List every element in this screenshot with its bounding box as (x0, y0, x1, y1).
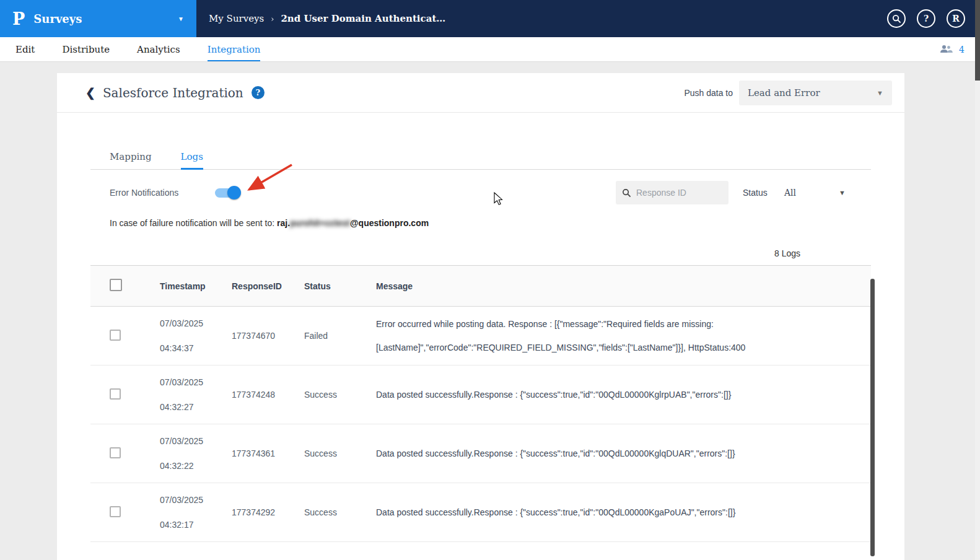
message-cell: Data posted successfully.Response : {"su… (357, 383, 871, 406)
header-response-id: ResponseID (212, 281, 285, 291)
chevron-down-icon: ▼ (178, 15, 184, 22)
timestamp-cell: 07/03/2025 04:32:17 (141, 488, 212, 537)
push-data-label: Push data to (684, 88, 733, 98)
response-id-search (616, 181, 728, 204)
tab-analytics[interactable]: Analytics (137, 37, 180, 61)
help-button[interactable]: ? (917, 9, 935, 28)
integration-tabs: Mapping Logs (90, 151, 871, 170)
response-id-cell: 177374670 (212, 331, 285, 341)
breadcrumb-separator-icon: › (271, 14, 274, 24)
avatar[interactable]: R (947, 9, 965, 28)
push-data-value: Lead and Error (748, 87, 820, 98)
timestamp-cell: 07/03/2025 04:34:37 (141, 311, 212, 361)
message-cell: Data posted successfully.Response : {"su… (357, 501, 871, 524)
table-body: 07/03/2025 04:34:37 177374670 Failed Err… (90, 307, 871, 542)
avatar-initial: R (952, 14, 960, 24)
status-cell: Success (285, 507, 357, 517)
back-button[interactable]: ❮ (85, 85, 95, 100)
row-checkbox[interactable] (110, 330, 121, 341)
collaborators-count: 4 (959, 45, 965, 55)
select-all-checkbox[interactable] (110, 279, 122, 291)
card-body: Mapping Logs Error Notifications Status … (57, 151, 904, 542)
toggle-knob-icon (227, 186, 241, 199)
error-notifications-toggle[interactable] (215, 188, 238, 198)
breadcrumb-my-surveys[interactable]: My Surveys (209, 13, 264, 24)
tab-integration[interactable]: Integration (208, 37, 261, 61)
header-timestamp: Timestamp (141, 281, 212, 291)
response-id-cell: 177374361 (212, 448, 285, 458)
search-icon (622, 188, 631, 198)
integration-card: ❮ Salesforce Integration ? Push data to … (57, 73, 904, 560)
tab-distribute[interactable]: Distribute (62, 37, 110, 61)
surveys-product-menu[interactable]: P Surveys ▼ (0, 0, 196, 37)
search-input[interactable] (636, 188, 717, 198)
topbar-actions: ? R (887, 9, 965, 28)
tab-mapping[interactable]: Mapping (110, 151, 152, 170)
notice-email-start: raj. (277, 218, 290, 228)
timestamp-cell: 07/03/2025 04:32:27 (141, 370, 212, 419)
questionpro-logo-icon: P (12, 9, 25, 28)
timestamp-cell: 07/03/2025 04:32:22 (141, 429, 212, 478)
logs-table: Timestamp ResponseID Status Message 07/0… (90, 265, 871, 542)
breadcrumb-survey-name: 2nd User Domain Authenticat… (281, 13, 445, 24)
table-header-row: Timestamp ResponseID Status Message (90, 266, 871, 307)
chevron-down-icon[interactable]: ▼ (839, 180, 846, 205)
failure-notice: In case of failure notification will be … (90, 218, 871, 228)
search-button[interactable] (887, 9, 906, 28)
response-id-cell: 177374248 (212, 390, 285, 400)
status-cell: Success (285, 390, 357, 400)
product-name: Surveys (33, 12, 82, 25)
message-cell: Error occurred while posting data. Respo… (357, 312, 871, 359)
page-title: Salesforce Integration (103, 85, 243, 100)
row-checkbox[interactable] (110, 388, 121, 400)
logs-count: 8 Logs (90, 248, 871, 258)
push-data-select[interactable]: Lead and Error ▼ (739, 81, 892, 105)
table-scrollbar[interactable] (870, 279, 875, 556)
status-cell: Failed (285, 331, 357, 341)
tab-logs[interactable]: Logs (181, 151, 203, 170)
notice-email-redacted: purohit+cctest (290, 218, 350, 228)
push-data-group: Push data to Lead and Error ▼ (684, 81, 892, 105)
question-mark-icon: ? (924, 14, 929, 24)
status-filter-select[interactable]: All (784, 180, 796, 205)
response-id-cell: 177374292 (212, 507, 285, 517)
collaborators[interactable]: 4 (939, 37, 965, 61)
table-row: 07/03/2025 04:32:27 177374248 Success Da… (90, 365, 871, 424)
tab-edit[interactable]: Edit (15, 37, 35, 61)
page-scrollbar[interactable] (975, 0, 980, 560)
logs-controls: Error Notifications Status All ▼ (90, 180, 871, 205)
page-scrollbar-thumb[interactable] (975, 0, 980, 81)
integration-help-icon[interactable]: ? (252, 86, 265, 99)
status-filter-label: Status (743, 180, 768, 205)
table-row: 07/03/2025 04:32:17 177374292 Success Da… (90, 483, 871, 542)
breadcrumb: My Surveys › 2nd User Domain Authenticat… (209, 13, 445, 24)
error-notifications-label: Error Notifications (110, 180, 178, 205)
notice-email-domain: @questionpro.com (350, 218, 429, 228)
card-header: ❮ Salesforce Integration ? Push data to … (57, 73, 904, 113)
table-row: 07/03/2025 04:34:37 177374670 Failed Err… (90, 307, 871, 365)
notice-text: In case of failure notification will be … (110, 218, 277, 228)
row-checkbox[interactable] (110, 447, 121, 458)
table-row: 07/03/2025 04:32:22 177374361 Success Da… (90, 424, 871, 483)
message-cell: Data posted successfully.Response : {"su… (357, 442, 871, 465)
main-content: ❮ Salesforce Integration ? Push data to … (0, 62, 980, 560)
survey-nav: Edit Distribute Analytics Integration 4 (0, 37, 980, 62)
status-cell: Success (285, 448, 357, 458)
search-icon (892, 14, 901, 24)
row-checkbox[interactable] (110, 506, 121, 517)
topbar: P Surveys ▼ My Surveys › 2nd User Domain… (0, 0, 980, 37)
people-icon (939, 45, 953, 54)
header-status: Status (285, 281, 357, 291)
chevron-down-icon: ▼ (877, 89, 883, 97)
header-message: Message (357, 281, 871, 291)
